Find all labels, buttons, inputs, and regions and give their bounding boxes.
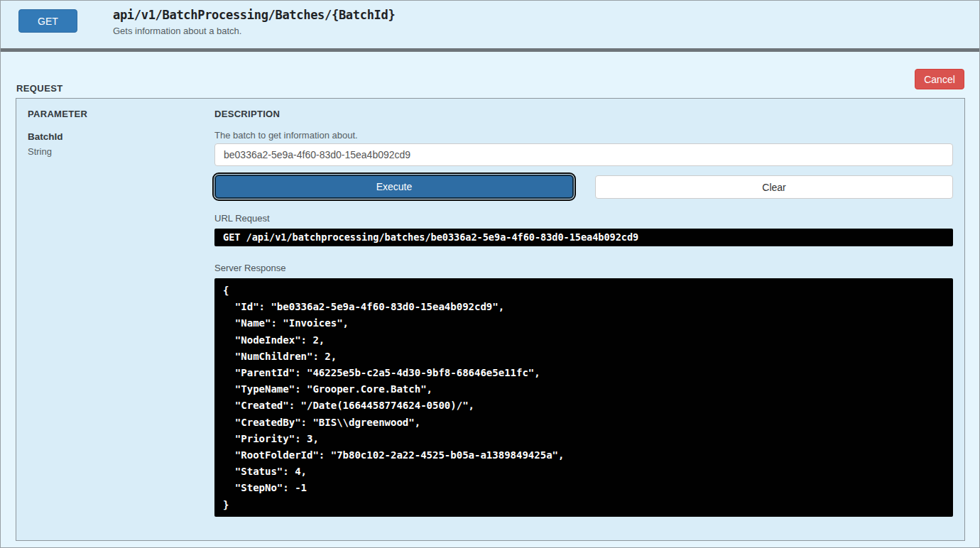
request-section: Cancel REQUEST PARAMETER BatchId String … bbox=[1, 52, 979, 547]
parameter-description: The batch to get information about. bbox=[214, 130, 953, 140]
action-buttons-row: Execute Clear bbox=[214, 175, 953, 199]
batchid-input[interactable] bbox=[214, 143, 953, 166]
clear-button[interactable]: Clear bbox=[595, 175, 953, 199]
description-column: DESCRIPTION The batch to get information… bbox=[214, 109, 953, 517]
parameter-name: BatchId bbox=[28, 131, 214, 142]
server-response-body: { "Id": "be0336a2-5e9a-4f60-83d0-15ea4b0… bbox=[214, 278, 953, 517]
http-method-get-button[interactable]: GET bbox=[18, 9, 77, 33]
parameter-column-header: PARAMETER bbox=[28, 109, 214, 120]
endpoint-description: Gets information about a batch. bbox=[113, 26, 395, 36]
cancel-button[interactable]: Cancel bbox=[915, 69, 964, 89]
api-endpoint-page: GET api/v1/BatchProcessing/Batches/{Batc… bbox=[0, 0, 980, 548]
parameter-column: PARAMETER BatchId String bbox=[28, 109, 214, 517]
endpoint-header: GET api/v1/BatchProcessing/Batches/{Batc… bbox=[1, 1, 979, 48]
parameter-type: String bbox=[28, 146, 214, 157]
parameters-panel: PARAMETER BatchId String DESCRIPTION The… bbox=[16, 98, 965, 541]
request-section-label: REQUEST bbox=[16, 83, 979, 94]
server-response-label: Server Response bbox=[214, 263, 953, 273]
url-request-label: URL Request bbox=[214, 213, 953, 224]
endpoint-path: api/v1/BatchProcessing/Batches/{BatchId} bbox=[113, 8, 395, 22]
description-column-header: DESCRIPTION bbox=[214, 109, 953, 120]
execute-button[interactable]: Execute bbox=[214, 175, 574, 199]
url-request-value: GET /api/v1/batchprocessing/batches/be03… bbox=[214, 229, 953, 246]
endpoint-info: api/v1/BatchProcessing/Batches/{BatchId}… bbox=[113, 8, 395, 36]
